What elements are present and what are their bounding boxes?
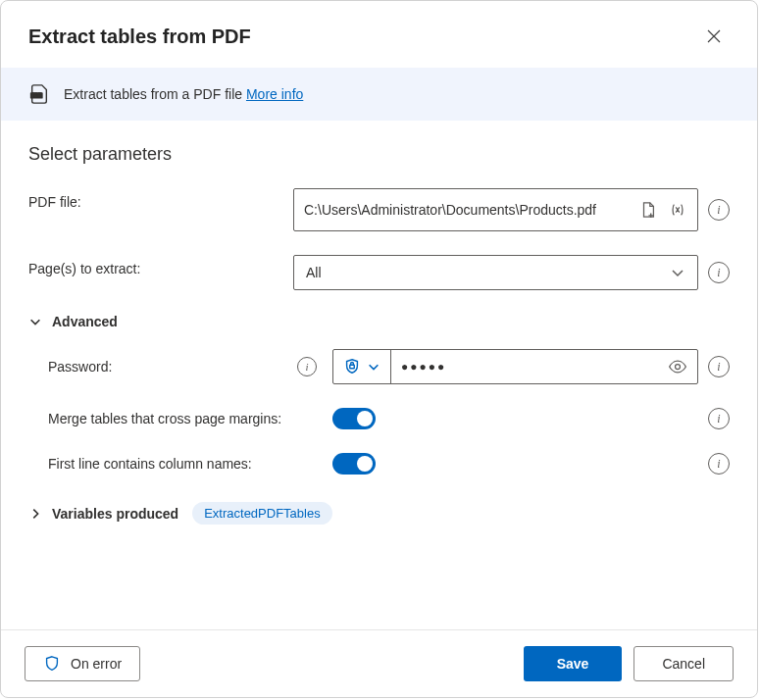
file-picker-icon[interactable] <box>638 200 658 220</box>
param-merge: Merge tables that cross page margins: i <box>48 408 730 429</box>
chevron-right-icon <box>28 507 42 521</box>
more-info-link[interactable]: More info <box>246 86 303 102</box>
variable-icon[interactable] <box>668 200 687 220</box>
pdf-file-info-icon[interactable]: i <box>708 199 730 221</box>
variable-badge[interactable]: ExtractedPDFTables <box>192 502 332 525</box>
dialog-footer: On error Save Cancel <box>1 629 757 697</box>
variables-expander[interactable]: Variables produced <box>28 506 178 522</box>
close-icon <box>706 28 722 44</box>
advanced-label: Advanced <box>52 314 118 329</box>
pdf-file-label: PDF file: <box>28 188 293 210</box>
pdf-file-input[interactable]: C:\Users\Administrator\Documents\Product… <box>293 188 698 231</box>
param-first-line: First line contains column names: i <box>48 453 730 475</box>
pages-value: All <box>306 265 322 280</box>
pages-label: Page(s) to extract: <box>28 255 293 276</box>
first-line-info-icon[interactable]: i <box>708 453 730 475</box>
content-area: Select parameters PDF file: C:\Users\Adm… <box>1 121 757 629</box>
save-button[interactable]: Save <box>524 646 623 681</box>
show-password-icon[interactable] <box>668 357 687 376</box>
chevron-down-icon <box>367 360 380 374</box>
shield-lock-icon <box>343 358 361 375</box>
svg-rect-2 <box>350 365 355 369</box>
svg-point-3 <box>676 365 681 370</box>
first-line-toggle[interactable] <box>332 453 376 475</box>
chevron-down-icon <box>28 315 42 328</box>
password-input-group: ●●●●● <box>332 349 698 384</box>
pages-select[interactable]: All <box>293 255 698 290</box>
param-password: Password: i ●●●●● <box>48 349 730 384</box>
password-masked: ●●●●● <box>401 360 668 374</box>
dialog-title: Extract tables from PDF <box>28 25 251 48</box>
pdf-file-value: C:\Users\Administrator\Documents\Product… <box>304 201 631 219</box>
advanced-block: Password: i ●●●●● <box>28 349 730 475</box>
chevron-down-icon <box>670 265 685 280</box>
password-type-select[interactable] <box>333 350 391 383</box>
merge-label: Merge tables that cross page margins: <box>48 411 332 426</box>
password-info-icon[interactable]: i <box>708 356 730 377</box>
dialog: Extract tables from PDF PDF Extract tabl… <box>0 0 758 698</box>
merge-toggle[interactable] <box>332 408 376 429</box>
password-label-info-icon[interactable]: i <box>297 357 317 376</box>
shield-icon <box>43 655 61 673</box>
advanced-expander[interactable]: Advanced <box>28 314 730 329</box>
close-button[interactable] <box>698 21 730 52</box>
merge-info-icon[interactable]: i <box>708 408 730 429</box>
on-error-button[interactable]: On error <box>25 646 140 681</box>
variables-label: Variables produced <box>52 506 178 522</box>
password-input[interactable]: ●●●●● <box>391 350 697 383</box>
dialog-header: Extract tables from PDF <box>1 1 757 68</box>
param-pdf-file: PDF file: C:\Users\Administrator\Documen… <box>28 188 730 231</box>
info-banner: PDF Extract tables from a PDF file More … <box>1 68 757 121</box>
section-title: Select parameters <box>28 144 730 165</box>
param-pages: Page(s) to extract: All i <box>28 255 730 290</box>
variables-produced: Variables produced ExtractedPDFTables <box>28 502 730 525</box>
cancel-button[interactable]: Cancel <box>633 646 734 681</box>
banner-description: Extract tables from a PDF file More info <box>64 86 303 102</box>
pdf-icon: PDF <box>28 83 50 105</box>
first-line-label: First line contains column names: <box>48 456 332 472</box>
pages-info-icon[interactable]: i <box>708 262 730 283</box>
svg-text:PDF: PDF <box>32 93 41 98</box>
password-label: Password: <box>48 359 112 375</box>
